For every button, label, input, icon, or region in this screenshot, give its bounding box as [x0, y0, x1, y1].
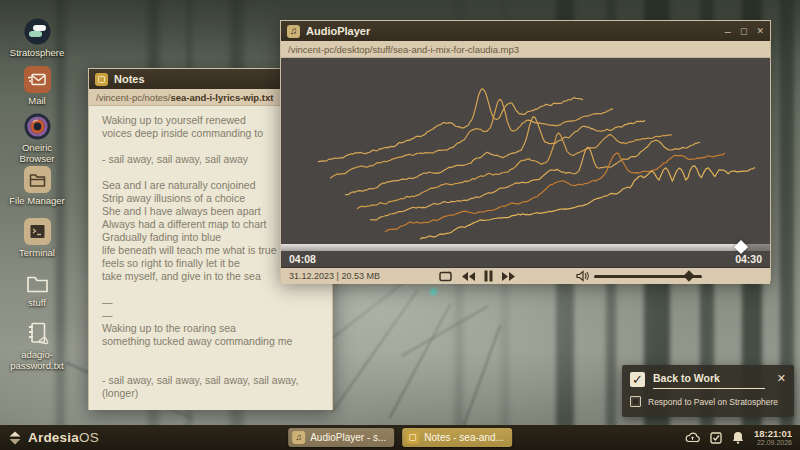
os-wordmark: ArdesiaOS [28, 430, 99, 445]
waveform-visualization [281, 58, 770, 244]
desktop-icon-label: Stratosphere [10, 48, 64, 59]
desktop-icon-mail[interactable]: Mail [6, 66, 68, 107]
desktop-icon-stratosphere[interactable]: Stratosphere [6, 18, 68, 59]
maximize-button[interactable]: ◻ [740, 26, 747, 36]
audioplayer-path-bar: /vincent-pc/desktop/stuff/sea-and-i-mix-… [281, 41, 770, 58]
desktop-icon-terminal[interactable]: Terminal [6, 218, 68, 259]
minimize-button[interactable]: – [725, 26, 731, 36]
taskbar-item-label: AudioPlayer - s... [310, 432, 386, 443]
ardesia-logo-icon [8, 431, 22, 445]
stratosphere-icon [24, 18, 51, 45]
seek-bar-played [281, 244, 741, 251]
notifications-bell-icon[interactable] [732, 431, 744, 444]
audioplayer-window: ♫ AudioPlayer – ◻ ✕ /vincent-pc/desktop/… [280, 20, 771, 281]
file-info: 31.12.2023 | 20.53 MB [289, 271, 380, 281]
clock-date: 22.09.2026 [754, 438, 792, 447]
teal-glow-dot [430, 288, 437, 295]
todo-panel: ✓ Back to Work ✕ Respond to Pavel on Str… [622, 365, 794, 417]
todo-item-respond-pavel: Respond to Pavel on Stratosphere [630, 396, 786, 407]
taskbar-tray: 18:21:01 22.09.2026 [685, 429, 792, 447]
tasks-tray-icon[interactable] [710, 432, 722, 444]
cloud-sync-icon[interactable] [685, 432, 700, 443]
todo-label[interactable]: Back to Work [653, 372, 765, 389]
audioplayer-titlebar[interactable]: ♫ AudioPlayer – ◻ ✕ [281, 21, 770, 41]
volume-controls [576, 270, 702, 282]
audioplayer-app-icon: ♫ [287, 25, 300, 38]
close-icon[interactable]: ✕ [777, 372, 786, 385]
os-wordmark-light: OS [79, 430, 99, 445]
waveform-ridgelines [281, 58, 770, 244]
taskbar-item-audioplayer[interactable]: ♫ AudioPlayer - s... [288, 428, 394, 447]
os-menu[interactable]: ArdesiaOS [8, 430, 99, 445]
notes-app-icon [95, 73, 108, 86]
volume-slider[interactable] [594, 275, 702, 278]
desktop-icon-label: Terminal [19, 248, 55, 259]
folder-icon [25, 272, 50, 295]
clock[interactable]: 18:21:01 22.09.2026 [754, 429, 792, 447]
checkbox-unchecked[interactable] [630, 396, 641, 407]
todo-item-back-to-work: ✓ Back to Work ✕ [630, 372, 786, 389]
desktop-icon-file-manager[interactable]: File Manager [6, 166, 68, 207]
checkbox-checked[interactable]: ✓ [630, 372, 645, 387]
todo-label[interactable]: Respond to Pavel on Stratosphere [648, 397, 778, 407]
notes-path-prefix: /vincent-pc/notes/ [96, 92, 170, 103]
window-controls: – ◻ ✕ [725, 26, 764, 36]
fast-forward-icon[interactable] [502, 271, 516, 282]
taskbar-item-label: Notes - sea-and... [424, 432, 503, 443]
notebook-file-icon [24, 320, 50, 347]
desktop-icon-label: File Manager [9, 196, 65, 207]
taskbar-item-notes[interactable]: Notes - sea-and... [402, 428, 511, 447]
clock-time: 18:21:01 [754, 429, 792, 438]
seek-bar[interactable] [281, 244, 770, 251]
time-row: 04:08 04:30 [281, 251, 770, 267]
desktop-icon-label: Oneiric Browser [10, 143, 64, 164]
os-wordmark-bold: Ardesia [28, 430, 79, 445]
oneiric-browser-icon [24, 113, 51, 140]
audioplayer-path: /vincent-pc/desktop/stuff/sea-and-i-mix-… [288, 44, 519, 55]
desktop-icon-adagio-password[interactable]: adagio-password.txt [6, 320, 68, 371]
desktop-icon-oneiric-browser[interactable]: Oneiric Browser [6, 113, 68, 164]
audioplayer-window-title: AudioPlayer [306, 25, 719, 37]
playback-control-bar: 31.12.2023 | 20.53 MB [281, 267, 770, 284]
taskbar: ArdesiaOS ♫ AudioPlayer - s... Notes - s… [0, 425, 800, 450]
desktop-icon-label: adagio-password.txt [8, 350, 66, 371]
file-manager-icon [24, 166, 51, 193]
taskbar-tasks: ♫ AudioPlayer - s... Notes - sea-and... [288, 425, 512, 450]
pause-icon[interactable] [484, 270, 493, 282]
volume-knob[interactable] [683, 270, 694, 281]
elapsed-time: 04:08 [289, 253, 316, 265]
notes-task-icon [406, 431, 419, 444]
audioplayer-task-icon: ♫ [292, 431, 305, 444]
desktop-icon-stuff-folder[interactable]: stuff [6, 272, 68, 309]
speaker-icon[interactable] [576, 270, 589, 282]
transport-controls [439, 270, 516, 282]
desktop-icon-label: Mail [28, 96, 45, 107]
mail-icon [24, 66, 51, 93]
notes-path-filename: sea-and-i-lyrics-wip.txt [170, 92, 273, 103]
close-button[interactable]: ✕ [756, 26, 764, 36]
desktop-icon-label: stuff [28, 298, 46, 309]
rewind-icon[interactable] [461, 271, 475, 282]
loop-icon[interactable] [439, 271, 452, 282]
total-duration: 04:30 [735, 253, 762, 265]
terminal-icon [24, 218, 51, 245]
